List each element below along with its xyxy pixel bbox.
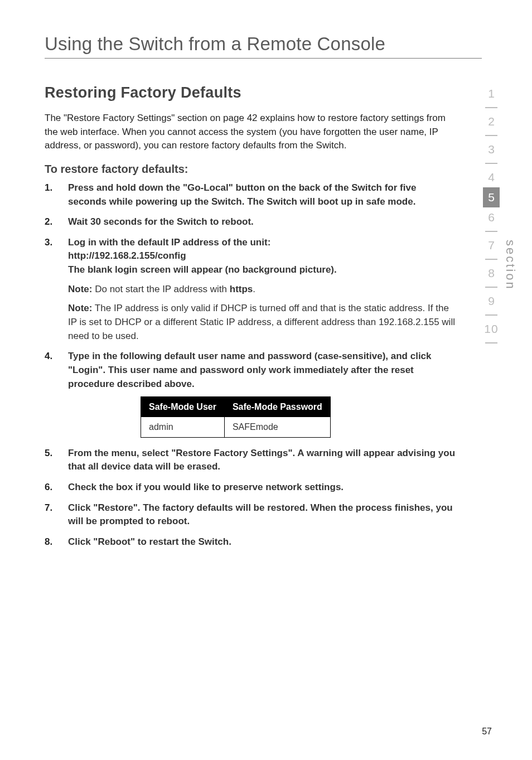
tab-1[interactable]: 1 [483,84,500,104]
note-1-text: Do not start the IP address with [92,284,229,294]
note-1-end: . [253,284,255,294]
step-7: Click "Restore". The factory defaults wi… [45,501,457,529]
step-1: Press and hold down the "Go-Local" butto… [45,181,457,209]
step-7-text: Click "Restore". The factory defaults wi… [68,502,453,527]
step-3-text-b: The blank login screen will appear (no b… [68,264,337,275]
step-3-url: http://192.168.2.155/config [68,250,186,261]
intro-paragraph: The "Restore Factory Settings" section o… [45,112,446,153]
table-row: admin SAFEmode [141,417,331,437]
step-4-text: Type in the following default user name … [68,351,432,389]
tab-separator [485,231,497,232]
step-8: Click "Reboot" to restart the Switch. [45,535,457,549]
page-number: 57 [482,727,492,737]
tab-separator [485,314,497,316]
credentials-table: Safe-Mode User Safe-Mode Password admin … [141,396,331,437]
tab-separator [485,342,497,343]
chapter-rule [45,58,482,59]
tab-separator [485,287,497,288]
note-label: Note: [68,284,92,294]
td-password: SAFEmode [224,417,330,437]
step-8-text: Click "Reboot" to restart the Switch. [68,536,231,547]
step-6-text: Check the box if you would like to prese… [68,482,344,492]
tab-4[interactable]: 4 [483,167,500,187]
step-3-text-a: Log in with the default IP address of th… [68,237,270,248]
step-6: Check the box if you would like to prese… [45,481,457,495]
tab-separator [485,135,497,136]
table-header-row: Safe-Mode User Safe-Mode Password [141,397,331,417]
step-5: From the menu, select "Restore Factory S… [45,447,457,474]
page: Using the Switch from a Remote Console R… [0,0,532,760]
step-3-note-2: Note: The IP address is only valid if DH… [68,302,457,343]
note-label-2: Note: [68,303,92,313]
tab-separator [485,259,497,260]
tab-separator [485,163,497,164]
steps-list: Press and hold down the "Go-Local" butto… [45,181,457,549]
section-tabs: 1 2 3 4 5 6 7 8 9 10 [483,84,500,347]
tab-10[interactable]: 10 [483,319,500,339]
tab-2[interactable]: 2 [483,112,500,132]
section-side-label: section [503,240,518,291]
step-3: Log in with the default IP address of th… [45,236,457,343]
step-5-text: From the menu, select "Restore Factory S… [68,448,455,472]
step-2-text: Wait 30 seconds for the Switch to reboot… [68,216,254,227]
note-2-text: The IP address is only valid if DHCP is … [68,303,455,341]
th-user: Safe-Mode User [141,397,225,417]
tab-7[interactable]: 7 [483,235,500,255]
step-4: Type in the following default user name … [45,350,457,437]
tab-5-active[interactable]: 5 [483,187,500,207]
td-user: admin [141,417,225,437]
note-1-bold: https [230,284,253,294]
tab-9[interactable]: 9 [483,291,500,311]
subheading: To restore factory defaults: [45,163,482,176]
tab-6[interactable]: 6 [483,207,500,227]
step-2: Wait 30 seconds for the Switch to reboot… [45,215,457,229]
th-password: Safe-Mode Password [224,397,330,417]
tab-8[interactable]: 8 [483,263,500,283]
tab-separator [485,107,497,108]
section-heading: Restoring Factory Defaults [45,84,482,101]
tab-3[interactable]: 3 [483,139,500,159]
step-3-note-1: Note: Do not start the IP address with h… [68,283,457,297]
step-1-text: Press and hold down the "Go-Local" butto… [68,182,416,207]
chapter-title: Using the Switch from a Remote Console [45,33,482,55]
